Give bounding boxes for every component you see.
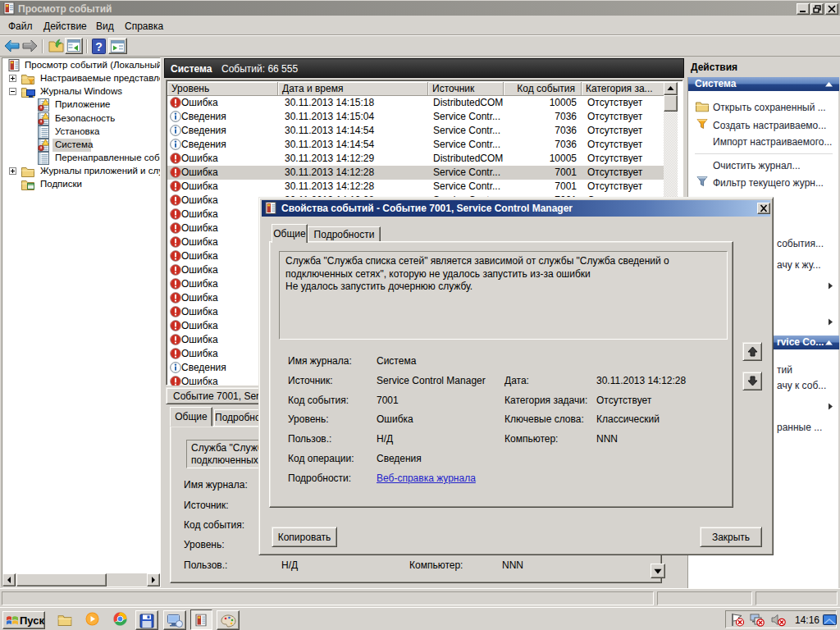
svg-text:?: ? <box>95 40 103 53</box>
